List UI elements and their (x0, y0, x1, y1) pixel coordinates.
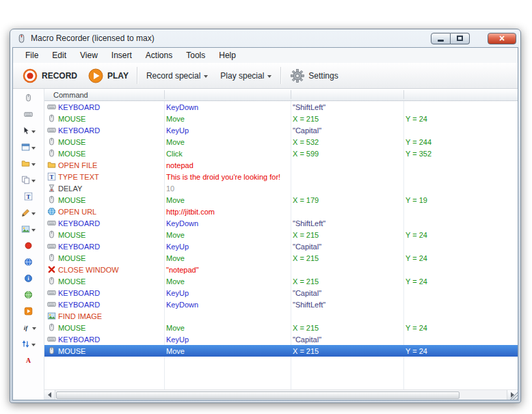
param-cell: "Capital" (291, 126, 403, 135)
menu-view[interactable]: View (73, 49, 105, 62)
command-cell: KEYBOARD (44, 335, 164, 344)
sidebar-item-window[interactable] (13, 140, 44, 156)
settings-label: Settings (308, 71, 338, 81)
param-cell: KeyDown (164, 219, 291, 227)
resize-grip[interactable] (509, 391, 518, 400)
menu-bar: FileEditViewInsertActionsToolsHelp (13, 48, 518, 63)
menu-file[interactable]: File (18, 49, 45, 62)
macro-row[interactable]: DELAY10 (44, 182, 518, 194)
play-special-button[interactable]: Play special (214, 68, 278, 83)
macro-row[interactable]: OPEN URLhttp://jitbit.com (44, 206, 518, 217)
macro-row[interactable]: MOUSEMoveX = 215Y = 24 (44, 113, 518, 124)
record-label: RECORD (42, 71, 77, 81)
command-label: KEYBOARD (58, 126, 100, 135)
sidebar-item-mouse[interactable] (13, 91, 44, 107)
keyboard-icon (46, 219, 56, 228)
record-icon (23, 68, 38, 83)
macro-row[interactable]: KEYBOARDKeyUp"Capital" (44, 333, 518, 345)
macro-row[interactable]: MOUSEMoveX = 215Y = 24 (44, 252, 518, 264)
menu-actions[interactable]: Actions (139, 49, 179, 62)
command-label: DELAY (58, 184, 82, 193)
titlebar[interactable]: Macro Recorder (licensed to max) × (10, 29, 520, 47)
macro-row[interactable]: MOUSEMoveX = 179Y = 19 (44, 194, 518, 206)
sidebar-item-browser[interactable] (13, 255, 44, 271)
param-cell: X = 215 (291, 254, 403, 262)
chevron-down-icon (267, 75, 271, 78)
macro-grid[interactable]: Command KEYBOARDKeyDown"ShiftLeft"MOUSEM… (44, 89, 518, 400)
type-text-icon: T (24, 191, 33, 204)
arrow-left-icon (48, 392, 51, 398)
record-button[interactable]: RECORD (17, 66, 83, 86)
macro-row[interactable]: MOUSEClickX = 599Y = 352 (44, 148, 518, 159)
browser-icon (24, 257, 33, 269)
macro-row[interactable]: MOUSEMoveX = 215Y = 24 (44, 322, 518, 333)
menu-help[interactable]: Help (212, 49, 243, 62)
param-cell: 10 (164, 184, 291, 193)
sidebar-item-loop[interactable] (13, 337, 44, 353)
param-cell: http://jitbit.com (164, 208, 291, 216)
sidebar-item-keyboard[interactable] (13, 107, 44, 124)
macro-row[interactable]: CLOSE WINDOW"notepad" (44, 264, 518, 275)
macro-row[interactable]: KEYBOARDKeyUp"Capital" (44, 240, 518, 252)
param-cell: KeyUp (164, 289, 291, 297)
sidebar-item-type-text[interactable]: T (13, 189, 44, 206)
macro-row[interactable]: KEYBOARDKeyDown"ShiftLeft" (44, 101, 518, 113)
macro-row[interactable]: KEYBOARDKeyDown"ShiftLeft" (44, 217, 518, 229)
macro-row[interactable]: MOUSEMoveX = 532Y = 244 (44, 136, 518, 148)
sidebar-item-find-image[interactable] (13, 222, 44, 238)
horizontal-scrollbar[interactable] (44, 389, 518, 400)
keyboard-icon (46, 335, 56, 344)
minimize-button[interactable] (431, 33, 451, 44)
sidebar-item-if[interactable]: if (13, 320, 44, 337)
macro-row[interactable]: MOUSEMoveX = 215Y = 24 (44, 275, 518, 287)
window-icon (21, 142, 30, 154)
param-cell: notepad (164, 161, 291, 169)
macro-row[interactable]: KEYBOARDKeyUp"Capital" (44, 287, 518, 299)
menu-insert[interactable]: Insert (105, 49, 139, 62)
format-a-icon: A (24, 355, 33, 368)
sidebar-item-info[interactable]: i (13, 271, 44, 288)
sidebar-item-cursor[interactable] (13, 124, 44, 140)
sidebar-item-record-dot[interactable] (13, 238, 44, 255)
toolbar-separator (280, 67, 281, 84)
param-cell: X = 215 (291, 231, 403, 239)
command-label: MOUSE (58, 115, 85, 123)
record-special-button[interactable]: Record special (140, 68, 214, 83)
minimize-icon (438, 40, 444, 42)
param-cell: Y = 24 (403, 115, 518, 123)
mouse-icon (46, 137, 56, 147)
command-sidebar: TiifA (13, 89, 44, 400)
sidebar-item-play-box[interactable] (13, 304, 44, 320)
sidebar-item-globe[interactable] (13, 288, 44, 304)
macro-row[interactable]: KEYBOARDKeyDown"ShiftLeft" (44, 299, 518, 310)
sidebar-item-format-a[interactable]: A (13, 353, 44, 370)
menu-tools[interactable]: Tools (179, 49, 212, 62)
param-cell: X = 215 (291, 277, 403, 286)
command-cell: KEYBOARD (44, 126, 164, 135)
scroll-left-button[interactable] (44, 390, 55, 400)
sidebar-item-copy[interactable] (13, 173, 44, 189)
pen-icon (21, 208, 30, 220)
sidebar-item-pen[interactable] (13, 206, 44, 222)
scrollbar-thumb[interactable] (56, 391, 460, 399)
macro-row[interactable]: KEYBOARDKeyUp"Capital" (44, 124, 518, 136)
param-cell: Y = 24 (403, 231, 518, 239)
delay-icon (46, 184, 56, 193)
column-separator (291, 90, 291, 99)
column-separator (164, 90, 165, 99)
macro-row[interactable]: TTYPE TEXTThis is the droid you're looki… (44, 171, 518, 182)
param-cell: KeyUp (164, 243, 291, 251)
maximize-button[interactable] (451, 33, 470, 44)
play-button[interactable]: PLAY (83, 66, 134, 86)
grid-header[interactable]: Command (44, 89, 518, 101)
command-cell: KEYBOARD (44, 300, 164, 309)
sidebar-item-open-file[interactable] (13, 156, 44, 173)
macro-row[interactable]: MOUSEMoveX = 215Y = 24 (44, 345, 518, 357)
close-button[interactable]: × (488, 33, 516, 44)
macro-row[interactable]: FIND IMAGE (44, 310, 518, 322)
settings-button[interactable]: Settings (284, 66, 344, 86)
macro-row[interactable]: OPEN FILEnotepad (44, 159, 518, 171)
mouse-icon (46, 149, 56, 158)
macro-row[interactable]: MOUSEMoveX = 215Y = 24 (44, 229, 518, 240)
menu-edit[interactable]: Edit (45, 49, 73, 62)
